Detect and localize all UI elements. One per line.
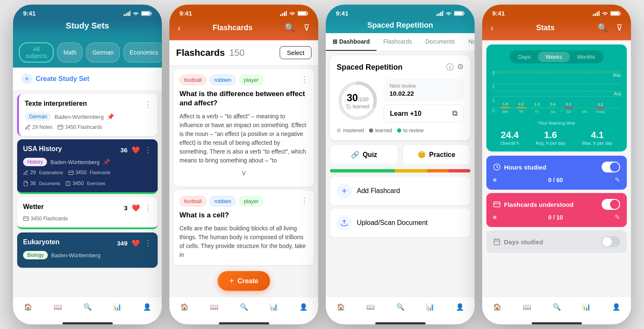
nav-user-3[interactable]: 👤: [454, 301, 465, 312]
bar-label-we: We: [502, 110, 508, 114]
subject-economics[interactable]: Economics: [123, 42, 162, 63]
home-bar-3: [375, 322, 426, 324]
toggle-switch-3[interactable]: [602, 236, 620, 247]
ex-2: 3450Exercises: [65, 180, 105, 186]
study-card-usa[interactable]: USA History 36 ❤️ ⋮ History Baden-Württe…: [17, 139, 158, 194]
fc-answer-2: Cells are the basic building blocks of a…: [179, 224, 308, 259]
plus-icon: +: [21, 73, 32, 84]
fc-menu-2[interactable]: ⋮: [301, 196, 308, 205]
nav-search-3[interactable]: 🔍: [395, 301, 406, 312]
svg-rect-36: [597, 12, 598, 16]
fc-expand-1[interactable]: ∨: [179, 165, 308, 181]
nav-home-1[interactable]: 🏠: [23, 301, 34, 312]
toggle-switch-1[interactable]: [602, 162, 620, 172]
pb-red: [449, 169, 470, 172]
search-icon-4[interactable]: 🔍: [596, 21, 610, 34]
wifi-icon-3: [445, 11, 452, 16]
card-title-4: Eukaryoten: [23, 238, 60, 246]
fc-menu-1[interactable]: ⋮: [301, 75, 308, 84]
fc-understood-title: Flashcards understood: [504, 201, 574, 208]
card-header: Texte interpretieren ⋮: [25, 100, 152, 109]
svg-rect-34: [593, 14, 594, 16]
card-menu-4[interactable]: ⋮: [144, 238, 152, 248]
nav-book-3[interactable]: 📖: [365, 301, 376, 312]
back-icon[interactable]: ‹: [176, 21, 182, 34]
gear-icon[interactable]: ⚙: [457, 62, 464, 72]
card-menu[interactable]: ⋮: [144, 100, 152, 109]
info-icon[interactable]: ⓘ: [446, 62, 454, 72]
flashcard-item-2[interactable]: football robben player ⋮ What is a cell?…: [174, 190, 314, 265]
bar-label-fr: Fr: [535, 110, 539, 114]
edit-icon-2[interactable]: ✎: [615, 213, 620, 221]
subject-german[interactable]: German: [86, 42, 120, 63]
flashcard-item-1[interactable]: football robben player ⋮ What is the dif…: [174, 69, 314, 187]
subject-math[interactable]: Math: [57, 42, 83, 63]
filter-icon[interactable]: ⊽: [302, 21, 312, 34]
create-fab[interactable]: + Create: [218, 271, 270, 291]
card-header-2: USA History 36 ❤️ ⋮: [23, 145, 152, 154]
chart-tab-days[interactable]: Days: [511, 52, 538, 62]
nav-search-2[interactable]: 🔍: [239, 301, 249, 312]
select-button[interactable]: Select: [280, 46, 312, 59]
nav-user-4[interactable]: 👤: [611, 301, 622, 312]
nav-chart-1[interactable]: 📊: [112, 301, 123, 312]
nav-chart-3[interactable]: 📊: [425, 301, 436, 312]
clock-icon: [493, 163, 501, 171]
nav-search-4[interactable]: 🔍: [551, 301, 562, 312]
svg-rect-9: [69, 171, 73, 175]
study-card-eukaryoten[interactable]: Eukaryoten 349 ❤️ ⋮ Biology Baden-Württe…: [17, 232, 158, 268]
upload-card[interactable]: Upload/Scan Document: [330, 209, 470, 237]
toggle-thumb-2: [610, 200, 619, 209]
svg-rect-39: [611, 12, 619, 15]
nav-user-2[interactable]: 👤: [298, 301, 309, 312]
nav-chart-4[interactable]: 📊: [581, 301, 592, 312]
toggle-switch-2[interactable]: [602, 199, 620, 210]
tab-documents[interactable]: Documents: [418, 33, 462, 51]
search-icon-2[interactable]: 🔍: [283, 21, 297, 34]
location-2: Baden-Württemberg: [50, 159, 99, 165]
bar-today: 0.2 Today: [593, 102, 608, 114]
add-flashcard-card[interactable]: + Add Flashcard: [330, 177, 470, 205]
status-bar-2: 9:41: [169, 5, 318, 19]
nav-home-2[interactable]: 🏠: [179, 301, 190, 312]
back-icon-4[interactable]: ‹: [489, 21, 495, 34]
nav-book-4[interactable]: 📖: [522, 301, 532, 312]
bar-th: 2.2 Th: [514, 102, 528, 114]
edit-icon-1[interactable]: ✎: [615, 176, 620, 184]
nav-home-4[interactable]: 🏠: [492, 301, 503, 312]
quiz-button[interactable]: 🔗 Quiz: [330, 144, 398, 165]
card-menu-2[interactable]: ⋮: [144, 145, 152, 154]
circle-text: 30/100 learned: [346, 92, 369, 110]
create-study-set-button[interactable]: + Create Study Set: [13, 68, 162, 91]
stat-max: 4.1 Max. h per day: [582, 130, 613, 146]
chart-tab-weeks[interactable]: Weeks: [538, 52, 570, 62]
page-title-2: Flashcards: [182, 24, 283, 32]
tab-flashcards[interactable]: Flashcards: [377, 33, 418, 51]
toggle-header-2: Flashcards understood: [493, 199, 620, 210]
subject-all[interactable]: All subjects: [19, 42, 54, 63]
max-label: Max: [613, 73, 621, 78]
next-review-card: Next review 10.02.22: [384, 79, 464, 101]
bar-fr-seg: [532, 107, 542, 108]
tag-football-1: football: [179, 75, 206, 85]
tab-dashboard[interactable]: ⊞ Dashboard: [326, 33, 377, 51]
nav-home-3[interactable]: 🏠: [335, 301, 346, 312]
learn-button[interactable]: Learn +10 ⧉: [384, 104, 464, 123]
study-card-wetter[interactable]: Wetter 3 ❤️ ⋮ 3450 Flashcards: [17, 197, 158, 229]
nav-book-1[interactable]: 📖: [52, 301, 63, 312]
nav-book-2[interactable]: 📖: [209, 301, 220, 312]
notes-icon-2: [23, 170, 29, 175]
filter-icon-4[interactable]: ⊽: [615, 21, 624, 34]
phone-stats: 9:41 ‹ Stats 🔍 ⊽ Days Weeks Months: [482, 5, 631, 324]
toggle-dot-1: [493, 178, 496, 182]
practice-button[interactable]: 😊 Practice: [402, 144, 471, 165]
tab-more[interactable]: No: [462, 33, 475, 51]
nav-search-1[interactable]: 🔍: [82, 301, 93, 312]
study-card-texte[interactable]: Texte interpretieren ⋮ German Baden-Würt…: [17, 94, 158, 136]
practice-label: Practice: [429, 151, 455, 159]
nav-chart-2[interactable]: 📊: [268, 301, 279, 312]
card-menu-3[interactable]: ⋮: [144, 203, 152, 212]
doc-2: 36Documents: [23, 180, 60, 186]
chart-tab-months[interactable]: Months: [570, 52, 603, 62]
nav-user-1[interactable]: 👤: [142, 301, 153, 312]
